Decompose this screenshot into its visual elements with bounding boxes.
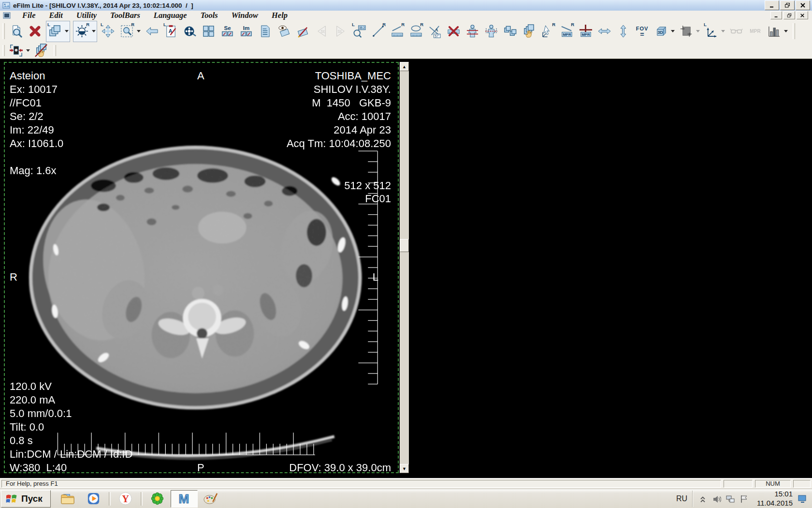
mdi-close-button[interactable] xyxy=(797,11,808,19)
show-desktop-icon[interactable] xyxy=(798,494,807,504)
toolbar-button-render-3d-icon[interactable]: 3D xyxy=(652,22,669,41)
toolbar-button-measure-ruler-icon[interactable]: R xyxy=(389,22,406,41)
toolbar-button-oblique-mpr-icon[interactable]: MPRR xyxy=(558,22,575,41)
zoom-select-dropdown-arrow-icon[interactable] xyxy=(135,22,142,41)
toolbar-drag-handle[interactable] xyxy=(2,23,5,40)
menu-help[interactable]: Help xyxy=(265,11,294,20)
fit-image-dropdown-arrow-icon[interactable] xyxy=(25,42,31,60)
taskbar-icq-icon[interactable] xyxy=(145,491,171,507)
workspace: AsteionEx: 10017//FC01Se: 2/2Im: 22/49Ax… xyxy=(0,59,812,478)
efilm-application-window: eFilm Lite - [SHILOV I.V.38Y., 2014 Apr … xyxy=(0,0,812,508)
scroll-down-arrow-icon[interactable]: ▼ xyxy=(400,464,409,473)
menu-window[interactable]: Window xyxy=(225,11,265,20)
toolbar-button-annotations-icon[interactable]: AL xyxy=(162,22,179,41)
toolbar-button-measure-angle-icon[interactable]: θ57° xyxy=(426,22,443,41)
toolbar-button-fit-image-icon[interactable] xyxy=(8,44,25,58)
stack-pages-dropdown-arrow-icon[interactable] xyxy=(63,22,70,41)
mdi-minimize-button[interactable] xyxy=(770,11,782,19)
toolbar-button-edit-report-icon[interactable] xyxy=(294,22,311,41)
menu-language[interactable]: Language xyxy=(147,11,194,20)
toolbar-button-close-study-icon[interactable] xyxy=(27,22,44,41)
toolbar-button-drag-stack-icon[interactable] xyxy=(521,22,537,41)
toolbar-button-open-study-icon[interactable] xyxy=(8,22,25,41)
toolbar-button-prev-image-icon[interactable] xyxy=(144,22,160,41)
overlay-top-right-line: Acc: 10017 xyxy=(338,110,391,122)
toolbar-button-flip-horizontal-icon[interactable] xyxy=(596,22,613,41)
toolbar-button-flip-vertical-icon[interactable] xyxy=(615,22,632,41)
tray-flag-icon[interactable] xyxy=(739,494,748,503)
histogram-dropdown-arrow-icon[interactable] xyxy=(783,22,789,41)
taskbar-clock[interactable]: 15:01 11.04.2015 xyxy=(757,490,793,508)
toolbar-button-probe-icon[interactable]: 35.2L xyxy=(351,22,368,41)
overlay-top-left-line: Mag: 1.6x xyxy=(10,164,57,177)
start-button-label: Пуск xyxy=(21,493,43,504)
toolbar-button-pan-icon[interactable]: L xyxy=(100,22,116,41)
overlay-bottom-left-line: W:380 L:40 xyxy=(10,462,67,473)
taskbar-media-player-icon[interactable] xyxy=(81,491,107,507)
overlay-bottom-left-line: 120.0 kV xyxy=(10,380,52,392)
slice-scrollbar[interactable]: ▲ ▼ xyxy=(400,62,409,473)
toolbar-button-view-report-icon[interactable] xyxy=(276,22,292,41)
scroll-up-arrow-icon[interactable]: ▲ xyxy=(400,62,409,71)
menu-file[interactable]: File xyxy=(15,11,43,20)
restore-button[interactable] xyxy=(780,0,795,10)
menu-edit[interactable]: Edit xyxy=(43,11,70,20)
tray-chevron-up-icon[interactable] xyxy=(698,494,708,503)
toolbar-button-cine-icon[interactable] xyxy=(181,22,198,41)
toolbar-drag-handle[interactable] xyxy=(2,45,5,57)
start-button[interactable]: Пуск xyxy=(1,490,51,508)
minimize-button[interactable] xyxy=(765,0,779,10)
close-button[interactable] xyxy=(796,0,810,10)
language-indicator[interactable]: RU xyxy=(676,494,687,503)
render-3d-dropdown-arrow-icon[interactable] xyxy=(669,22,676,41)
clock-time: 15:01 xyxy=(757,490,793,499)
toolbar-button-window-level-icon[interactable]: R xyxy=(73,22,90,41)
toolbar-button-prev-study-icon: St xyxy=(313,22,330,41)
taskbar-efilm-m-icon[interactable]: M xyxy=(171,490,198,508)
shutter-dropdown-arrow-icon[interactable] xyxy=(695,22,701,41)
toolbar-button-measure-line-icon[interactable]: R xyxy=(370,22,387,41)
menu-tools[interactable]: Tools xyxy=(194,11,225,20)
mdi-document-icon[interactable] xyxy=(3,12,11,19)
toolbar-button-measure-ellipse-icon[interactable]: R xyxy=(407,22,424,41)
menu-toolbars[interactable]: ToolBars xyxy=(103,11,147,20)
menu-utility[interactable]: Utility xyxy=(70,11,103,20)
window-level-dropdown-arrow-icon[interactable] xyxy=(90,22,97,41)
mouse-button-badge: L xyxy=(101,22,103,27)
tray-volume-icon[interactable] xyxy=(712,494,721,503)
clock-date: 11.04.2015 xyxy=(757,499,793,508)
tray-network-icon[interactable] xyxy=(725,494,735,503)
status-indicator-cell xyxy=(724,480,753,488)
overlay-bottom-left-line: 5.0 mm/0.0:1 xyxy=(10,407,72,419)
toolbar-button-orientation-axes-icon[interactable]: L xyxy=(703,22,720,41)
toolbar-button-stack-pages-icon[interactable]: L xyxy=(46,22,63,41)
toolbar-button-layout-grid-icon[interactable] xyxy=(200,22,217,41)
svg-text:Se: Se xyxy=(224,25,231,31)
toolbar-button-tile-images-icon[interactable] xyxy=(502,22,519,41)
toolbar-button-scout-lines-icon[interactable] xyxy=(464,22,481,41)
toolbar-button-series-layout-icon[interactable]: Se xyxy=(219,22,236,41)
toolbar-button-delete-measurements-icon[interactable] xyxy=(445,22,462,41)
orientation-axes-dropdown-arrow-icon[interactable] xyxy=(720,22,726,41)
taskbar-explorer-icon[interactable] xyxy=(55,491,81,507)
scrollbar-thumb[interactable] xyxy=(400,239,409,252)
taskbar-yandex-browser-icon[interactable]: Y xyxy=(113,491,139,507)
toolbar-button-image-layout-icon[interactable]: Im xyxy=(238,22,255,41)
toolbar-button-histogram-icon[interactable] xyxy=(766,22,783,41)
toolbar-button-shutter-icon[interactable] xyxy=(678,22,695,41)
toolbar-button-no-drag-stack-icon[interactable] xyxy=(33,44,50,58)
svg-text:MPR: MPR xyxy=(581,32,590,37)
toolbar-button-ortho-mpr-icon[interactable]: MPR xyxy=(577,22,594,41)
system-tray: RU 15:01 11.04.2015 xyxy=(676,491,811,507)
mouse-button-badge: L xyxy=(163,22,166,27)
image-viewport[interactable]: AsteionEx: 10017//FC01Se: 2/2Im: 22/49Ax… xyxy=(4,62,399,473)
mdi-restore-button[interactable] xyxy=(783,11,795,19)
main-toolbar: LRLRALSeImStSt35.2LRRRθ57°RMPRRMPRFOV=3D… xyxy=(0,20,812,43)
toolbar-button-sync-series-icon[interactable] xyxy=(483,22,500,41)
svg-text:Im: Im xyxy=(243,25,250,31)
toolbar-button-cursor-3d-icon[interactable]: R xyxy=(539,22,556,41)
toolbar-button-report-icon[interactable] xyxy=(257,22,274,41)
toolbar-button-zoom-select-icon[interactable]: R xyxy=(118,22,135,41)
toolbar-button-fov-icon[interactable]: FOV= xyxy=(634,22,651,41)
taskbar-paint-icon[interactable] xyxy=(198,491,224,507)
